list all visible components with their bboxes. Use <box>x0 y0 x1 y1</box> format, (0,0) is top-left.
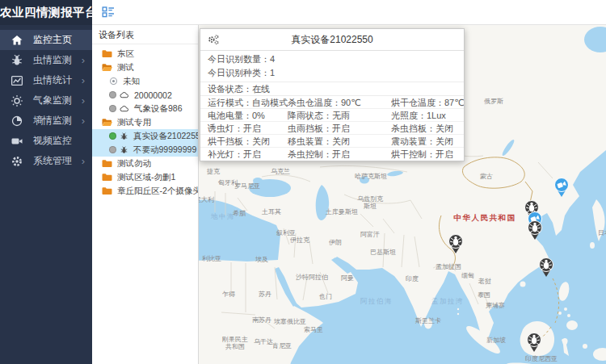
tree-item-label: 章丘阳丘区-2个摄像头 <box>117 186 198 197</box>
layout-list-icon[interactable] <box>102 6 115 19</box>
popup-grid-row: 补光灯：开启杀虫控制：开启烘干控制：开启 <box>200 148 464 161</box>
popup-grid-cell: 降雨状态：无雨 <box>288 109 391 121</box>
map-label: 也门 <box>319 293 332 300</box>
popup-stat: 今日识别种类：1 <box>200 66 464 80</box>
video-icon <box>11 135 23 148</box>
sidebar-item-label: 墒情监测 <box>33 114 72 128</box>
tree-item-label: 20000002 <box>134 90 172 100</box>
popup-grid-row: 诱虫灯：开启虫雨挡板：开启杀虫挡板：关闭 <box>200 122 464 135</box>
status-dot-offline <box>109 105 116 112</box>
map-label: 乌干达 <box>254 338 273 345</box>
tree-item-zhangqiu-cameras[interactable]: 章丘阳丘区-2个摄像头 <box>92 184 198 198</box>
popup-grid-row: 烘干挡板：关闭移虫装置：关闭震动装置：关闭 <box>200 135 464 148</box>
map-label: 利比亚 <box>202 255 221 262</box>
sidebar-item-insect-monitor[interactable]: 虫情监测› <box>0 50 92 70</box>
popup-header: 真实设备21022550 <box>200 29 464 51</box>
bug-device-icon <box>120 132 128 140</box>
map-label: 索马里 <box>304 326 323 333</box>
map-label: 刚果民主共和国 <box>222 336 248 350</box>
sidebar-item-soil-monitor[interactable]: 墒情监测› <box>0 111 92 131</box>
map-label: 印度尼西亚 <box>525 355 558 362</box>
popup-grid-cell: 电池电量：0% <box>200 109 288 121</box>
map-label: 柬埔寨 <box>486 302 505 309</box>
popup-stats: 今日识别数量：4今日识别种类：1 <box>200 51 464 82</box>
map-label: 阿富汗 <box>360 231 380 238</box>
map-label: 泰国 <box>478 291 490 299</box>
map-label: 埃及 <box>255 256 268 263</box>
tree-item-dont-move-99999999[interactable]: 不要动99999999 <box>92 143 198 157</box>
tree-item-east-area[interactable]: 东区 <box>92 47 198 61</box>
tree-item-label: 测试 <box>117 62 134 73</box>
sidebar-item-label: 虫情统计 <box>33 73 72 87</box>
chart-icon <box>11 74 23 87</box>
popup-grid-cell: 杀虫控制：开启 <box>288 148 391 161</box>
map-label: 中华人民共和国 <box>454 213 516 222</box>
tree-item-test-group[interactable]: 测试 <box>92 61 198 74</box>
popup-grid-cell: 震动装置：关闭 <box>391 135 464 147</box>
popup-grid-cell: 烘干仓温度：87℃ <box>391 96 464 108</box>
sidebar-item-monitor-home[interactable]: 监控主页 <box>0 30 92 50</box>
map-label: 印度 <box>406 275 419 282</box>
map-label: 巴基斯坦 <box>370 249 396 256</box>
folder-open-icon <box>102 63 112 72</box>
sidebar-item-weather-monitor[interactable]: 气象监测› <box>0 90 92 111</box>
popup-grid-cell: 杀虫仓温度：90℃ <box>288 96 391 108</box>
folder-closed-icon <box>102 173 112 182</box>
tree-item-test-region-del1[interactable]: 测试区域-勿删1 <box>92 170 198 184</box>
chevron-right-icon: › <box>82 114 85 126</box>
sidebar-item-system-manage[interactable]: 系统管理› <box>0 151 92 171</box>
popup-title: 真实设备21022550 <box>291 34 372 45</box>
map-label: 苏丹 <box>259 291 271 298</box>
map-label: 蒙古 <box>480 173 493 180</box>
tree-item-device-20000002[interactable]: 20000002 <box>92 88 198 102</box>
sun-icon <box>11 94 23 107</box>
popup-status-row: 设备状态：在线 <box>200 82 464 96</box>
bug-icon <box>11 54 23 67</box>
topbar <box>92 0 606 25</box>
sidebar-item-insect-stats[interactable]: 虫情统计› <box>0 70 92 90</box>
tree-item-label: 真实设备21022550 <box>133 131 198 142</box>
popup-grid-cell: 虫雨挡板：开启 <box>288 122 391 134</box>
map-label: 叙利亚 <box>276 229 296 236</box>
map-label: 肯尼亚 <box>272 342 292 349</box>
cloud-device-icon <box>120 105 129 112</box>
popup-grid-cell: 烘干控制：开启 <box>391 148 464 161</box>
chevron-right-icon: › <box>82 53 85 65</box>
sidebar-item-label: 系统管理 <box>33 154 72 168</box>
map-label: 伊拉克 <box>290 236 310 244</box>
home-icon <box>11 34 23 47</box>
map-label: 沙特阿拉伯 <box>296 274 328 281</box>
map-label: 斯里兰卡 <box>415 317 441 324</box>
sidebar-item-label: 监控主页 <box>33 33 72 47</box>
bug-device-icon <box>120 146 128 154</box>
tree-item-label: 测试勿动 <box>117 158 151 169</box>
chevron-right-icon: › <box>82 94 85 106</box>
tree-item-label: 测试区域-勿删1 <box>117 172 175 183</box>
map-label: 意大利 <box>199 196 214 203</box>
folder-open-icon <box>102 118 112 127</box>
tree-item-label: 气象设备986 <box>134 103 183 115</box>
tree-item-test-no-touch[interactable]: 测试勿动 <box>92 157 198 170</box>
popup-grid-cell: 运行模式：自动模式 <box>200 96 288 108</box>
chevron-right-icon: › <box>82 73 85 86</box>
map-label: 阿曼 <box>341 274 354 282</box>
popup-grid-cell: 补光灯：开启 <box>200 148 288 161</box>
map-label: 南苏丹 <box>252 316 271 324</box>
sidebar-item-label: 气象监测 <box>33 94 72 107</box>
chevron-right-icon: › <box>82 154 85 166</box>
status-dot-offline <box>109 146 116 153</box>
tree-item-test-special-group[interactable]: 测试专用 <box>92 115 198 129</box>
device-list-panel: 设备列表 东区测试未知20000002气象设备986测试专用真实设备210225… <box>92 25 199 364</box>
tree-item-real-device-21022550[interactable]: 真实设备21022550 <box>92 129 198 143</box>
tree-item-label: 不要动99999999 <box>133 144 196 156</box>
sidebar-item-video-monitor[interactable]: 视频监控 <box>0 131 92 151</box>
folder-closed-icon <box>102 159 112 168</box>
location-dot-icon <box>109 77 118 86</box>
tree-item-unknown-device[interactable]: 未知 <box>92 74 198 88</box>
sidebar-menu: 监控主页虫情监测›虫情统计›气象监测›墒情监测›视频监控系统管理› <box>0 25 92 171</box>
map-label: 罗马尼亚 <box>234 182 260 190</box>
map-label: 孟加拉国 <box>436 263 461 270</box>
tree-item-label: 测试专用 <box>117 117 151 128</box>
tree-item-weather-device-986[interactable]: 气象设备986 <box>92 102 198 115</box>
gears-cluster-icon[interactable] <box>207 34 220 46</box>
